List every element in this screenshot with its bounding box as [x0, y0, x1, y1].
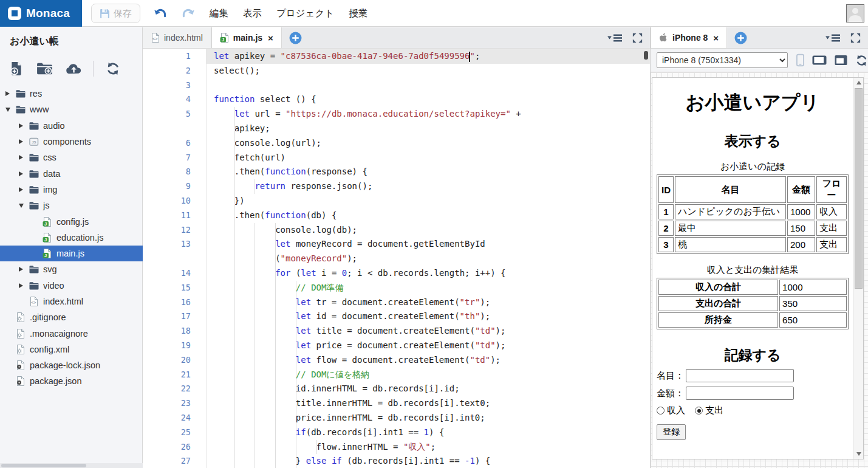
expand-arrow-icon[interactable]	[19, 267, 29, 272]
app-scrollbar[interactable]	[853, 78, 863, 459]
code-line-1: 1let apikey = "c87536ca-0bae-41a7-94e6-7…	[143, 49, 650, 64]
tree-item-config.js[interactable]: Jconfig.js	[0, 213, 143, 229]
tree-item-components[interactable]: JScomponents	[0, 134, 143, 150]
tab-iPhone 8[interactable]: iPhone 8×	[651, 27, 727, 48]
code-line-26: 26 flow.innerHTML = "収入";	[143, 440, 650, 455]
editor-scrollbar[interactable]	[644, 51, 648, 60]
tree-item-package.json[interactable]: package.json	[0, 373, 143, 389]
tab-main.js[interactable]: Jmain.js×	[211, 27, 282, 48]
tree-item-main.js[interactable]: Jmain.js	[0, 246, 143, 261]
undo-button[interactable]	[153, 7, 169, 20]
monaca-logo[interactable]: Monaca	[0, 0, 82, 27]
scroll-thumb[interactable]	[855, 88, 863, 289]
code-line-8: 8 .then(function(response) {	[143, 165, 650, 179]
tab-index.html[interactable]: <>index.html	[143, 27, 211, 48]
save-button[interactable]: 保存	[91, 4, 140, 23]
new-file-icon[interactable]	[10, 61, 23, 76]
tree-item-.monacaignore[interactable]: .monacaignore	[0, 325, 143, 341]
line-number: 11	[143, 208, 207, 223]
collapse-arrow-icon[interactable]	[19, 204, 29, 208]
close-tab-icon[interactable]: ×	[713, 33, 719, 43]
refresh-icon[interactable]	[106, 61, 120, 76]
js-file-icon: J	[43, 249, 52, 258]
radio-支出[interactable]: 支出	[695, 405, 723, 416]
apple-icon	[659, 33, 668, 43]
gear-file-icon	[16, 345, 25, 354]
preview-expand-icon[interactable]	[849, 32, 862, 44]
tree-item-education.js[interactable]: Jeducation.js	[0, 230, 143, 246]
code-editor[interactable]: 1let apikey = "c87536ca-0bae-41a7-94e6-7…	[143, 49, 650, 468]
tree-item-img[interactable]: img	[0, 182, 143, 198]
amount-label: 金額：	[657, 388, 684, 399]
close-tab-icon[interactable]: ×	[268, 33, 273, 43]
radio-label: 収入	[667, 405, 685, 416]
upload-cloud-icon[interactable]	[66, 63, 82, 75]
tree-item-config.xml[interactable]: config.xml	[0, 342, 143, 357]
pane-expand-icon[interactable]	[631, 32, 644, 44]
sidebar-toolbar	[0, 54, 143, 83]
preview-refresh-icon[interactable]	[855, 54, 868, 67]
folder-icon	[29, 265, 39, 274]
collapse-arrow-icon[interactable]	[5, 108, 16, 112]
name-input[interactable]	[686, 369, 794, 382]
line-number: 5	[143, 107, 207, 122]
code-line-23: 23 title.innerHTML = db.records[i].text0…	[143, 396, 650, 411]
new-folder-icon[interactable]	[36, 62, 52, 75]
tree-item-package-lock.json[interactable]: package-lock.json	[0, 357, 143, 373]
menu-プロジェクト[interactable]: プロジェクト	[276, 7, 334, 20]
radio-icon[interactable]	[657, 407, 665, 415]
tree-item-label: config.xml	[30, 345, 69, 354]
expand-arrow-icon[interactable]	[19, 187, 29, 192]
sidebar-scrollbar[interactable]	[0, 463, 143, 468]
portrait-phone-icon[interactable]	[796, 53, 804, 67]
svg-text:JS: JS	[32, 140, 36, 144]
pane-menu-icon[interactable]	[607, 33, 623, 43]
radio-icon[interactable]	[695, 407, 703, 415]
tree-item-svg[interactable]: svg	[0, 261, 143, 277]
user-avatar[interactable]	[846, 4, 864, 22]
menu-授業[interactable]: 授業	[349, 7, 367, 20]
amount-input[interactable]	[686, 387, 794, 400]
code-line-5: 5 let url = "https://db.monaca.education…	[143, 107, 650, 122]
line-number: 23	[143, 396, 207, 411]
device-select[interactable]: iPhone 8 (750x1334)	[657, 52, 788, 68]
tree-item-label: audio	[43, 121, 64, 131]
tree-item-res[interactable]: res	[0, 86, 143, 102]
tree-item-css[interactable]: css	[0, 150, 143, 165]
redo-button[interactable]	[180, 7, 196, 20]
expand-arrow-icon[interactable]	[19, 123, 29, 128]
menu-表示[interactable]: 表示	[243, 7, 262, 20]
tree-item-label: package-lock.json	[30, 360, 100, 370]
tree-item-audio[interactable]: audio	[0, 118, 143, 134]
tree-item-label: video	[43, 281, 64, 291]
svg-text:J: J	[44, 237, 47, 243]
html-file-icon: <>	[29, 297, 38, 306]
new-tab-button[interactable]	[289, 32, 302, 44]
tree-item-data[interactable]: data	[0, 165, 143, 181]
expand-arrow-icon[interactable]	[19, 283, 29, 288]
radio-収入[interactable]: 収入	[657, 405, 685, 416]
expand-arrow-icon[interactable]	[19, 155, 29, 160]
project-title: お小遣い帳	[0, 27, 142, 48]
records-row: 2最中150支出	[658, 221, 847, 236]
menu-編集[interactable]: 編集	[210, 7, 228, 20]
expand-arrow-icon[interactable]	[19, 171, 29, 176]
summary-caption: 収入と支出の集計結果	[657, 264, 849, 276]
tree-item-.gitignore[interactable]: .gitignore	[0, 309, 143, 325]
expand-arrow-icon[interactable]	[5, 91, 16, 96]
tree-item-js[interactable]: js	[0, 198, 143, 213]
browser-frame-icon[interactable]	[835, 55, 847, 66]
scroll-up-icon[interactable]	[853, 78, 864, 88]
new-preview-button[interactable]	[734, 32, 747, 44]
tree-item-index.html[interactable]: <>index.html	[0, 294, 143, 309]
tree-item-www[interactable]: www	[0, 102, 143, 117]
line-number: 22	[143, 382, 207, 396]
expand-arrow-icon[interactable]	[19, 139, 29, 144]
line-number: 10	[143, 194, 207, 208]
scroll-down-icon[interactable]	[853, 449, 864, 459]
landscape-phone-icon[interactable]	[812, 55, 827, 65]
register-button[interactable]: 登録	[657, 424, 686, 440]
preview-menu-icon[interactable]	[825, 33, 841, 43]
tree-item-video[interactable]: video	[0, 278, 143, 294]
tree-item-label: package.json	[30, 376, 81, 386]
